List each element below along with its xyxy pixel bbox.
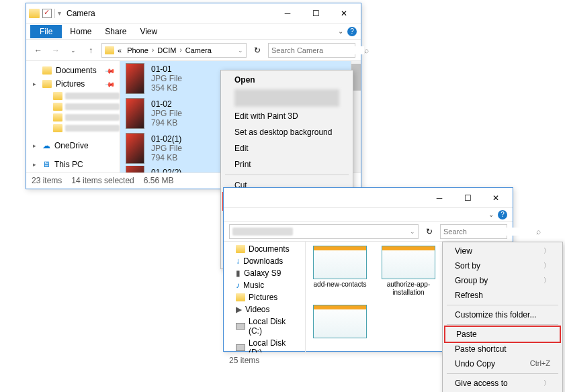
- ctx-open[interactable]: Open: [222, 72, 351, 88]
- sidebar-item-label: Local Disk (D:): [249, 338, 301, 352]
- file-tile[interactable]: [310, 305, 370, 338]
- ctx-paste[interactable]: Paste: [445, 327, 560, 342]
- ctx-undocopy[interactable]: Undo CopyCtrl+Z: [444, 356, 561, 371]
- maximize-button[interactable]: ☐: [302, 3, 330, 23]
- checkbox-checked-icon[interactable]: [42, 9, 52, 18]
- window-controls: ─ ☐ ✕: [273, 3, 358, 23]
- sidebar-item-downloads[interactable]: ↓Downloads: [224, 255, 305, 267]
- ctx-sortby[interactable]: Sort by〉: [444, 258, 561, 273]
- search-input[interactable]: [443, 228, 536, 236]
- minimize-button[interactable]: ─: [425, 188, 453, 208]
- ctx-pasteshortcut[interactable]: Paste shortcut: [444, 342, 561, 356]
- ctx-view[interactable]: View〉: [444, 244, 561, 258]
- overflow-icon[interactable]: ▾: [58, 9, 61, 17]
- close-button[interactable]: ✕: [330, 3, 358, 23]
- expand-icon[interactable]: ▸: [33, 161, 36, 168]
- phone-icon: ▮: [236, 268, 241, 278]
- breadcrumb[interactable]: « Phone › DCIM › Camera ⌄: [101, 43, 247, 58]
- sidebar-item-thispc[interactable]: ▸ 🖥 This PC: [26, 158, 120, 171]
- sidebar-item-label: OneDrive: [54, 141, 89, 150]
- sidebar-item-pictures[interactable]: ▸ Pictures 📌: [26, 77, 120, 91]
- sidebar-item-blurred[interactable]: [26, 101, 120, 112]
- sidebar-item-blurred[interactable]: [26, 91, 120, 101]
- crumb-dropdown-icon[interactable]: ⌄: [238, 47, 243, 54]
- help-icon[interactable]: ?: [498, 210, 507, 219]
- expand-icon[interactable]: ▸: [33, 142, 36, 149]
- drive-icon: [236, 323, 245, 330]
- ctx-setbg[interactable]: Set as desktop background: [222, 124, 351, 140]
- ctx-label: Customize this folder...: [455, 310, 536, 320]
- thumbnail: [126, 63, 144, 94]
- thumbnail: [313, 305, 367, 338]
- sidebar-item-pictures[interactable]: Pictures: [224, 291, 305, 303]
- ribbon-collapse-icon[interactable]: ⌄: [338, 28, 343, 35]
- folder-icon: [236, 245, 245, 253]
- crumb-dropdown-icon[interactable]: ⌄: [410, 228, 415, 235]
- refresh-button[interactable]: ↻: [251, 46, 264, 55]
- sidebar-item-onedrive[interactable]: ▸ ☁ OneDrive: [26, 139, 120, 152]
- ctx-print[interactable]: Print: [222, 156, 351, 173]
- up-button[interactable]: ↑: [84, 44, 97, 57]
- folder-icon: [236, 293, 245, 301]
- quickaccess-icons: ▾: [29, 9, 61, 18]
- submenu-arrow-icon: 〉: [544, 276, 550, 285]
- sidebar-item-disk-d[interactable]: Local Disk (D:): [224, 337, 305, 352]
- window-title: Camera: [67, 9, 95, 18]
- refresh-button[interactable]: ↻: [423, 227, 436, 236]
- forward-button[interactable]: →: [49, 44, 62, 57]
- folder-icon: [53, 113, 62, 121]
- sidebar-item-videos[interactable]: ▶Videos: [224, 303, 305, 315]
- sidebar-item-blurred[interactable]: [26, 112, 120, 123]
- close-button[interactable]: ✕: [482, 188, 510, 208]
- pin-icon: 📌: [105, 79, 116, 89]
- sidebar-item-blurred[interactable]: [26, 123, 120, 134]
- maximize-button[interactable]: ☐: [453, 188, 482, 208]
- search-box[interactable]: ⌕: [268, 43, 355, 58]
- ctx-groupby[interactable]: Group by〉: [444, 273, 561, 288]
- search-icon[interactable]: ⌕: [536, 227, 541, 236]
- file-tile[interactable]: authorize-app-installation: [378, 246, 439, 297]
- crumb-phone[interactable]: Phone: [125, 46, 150, 54]
- ctx-paint3d[interactable]: Edit with Paint 3D: [222, 108, 351, 124]
- breadcrumb[interactable]: ⌄: [229, 224, 419, 239]
- sidebar-item-documents[interactable]: Documents: [224, 243, 305, 255]
- addressbar: ← → ⌄ ↑ « Phone › DCIM › Camera ⌄ ↻ ⌕: [26, 40, 361, 61]
- thumbnail: [382, 246, 435, 279]
- status-selected: 14 items selected: [71, 176, 134, 185]
- search-icon[interactable]: ⌕: [364, 46, 369, 55]
- crumb-overflow[interactable]: «: [116, 46, 124, 54]
- ctx-giveaccess[interactable]: Give access to〉: [444, 376, 561, 391]
- nav-pane: Documents ↓Downloads ▮Galaxy S9 ♪Music P…: [224, 242, 306, 352]
- sidebar-item-galaxy[interactable]: ▮Galaxy S9: [224, 267, 305, 279]
- context-menu-folder: View〉 Sort by〉 Group by〉 Refresh Customi…: [442, 242, 563, 392]
- search-box[interactable]: ⌕: [440, 224, 507, 239]
- sidebar-item-music[interactable]: ♪Music: [224, 279, 305, 291]
- sidebar-item-label: Local Disk (C:): [249, 317, 301, 336]
- thumbnail: [126, 133, 144, 164]
- help-icon[interactable]: ?: [347, 27, 357, 36]
- ribbon-collapse-icon[interactable]: ⌄: [488, 211, 494, 218]
- tab-share[interactable]: Share: [98, 25, 133, 38]
- tab-file[interactable]: File: [30, 25, 62, 38]
- tab-home[interactable]: Home: [63, 25, 98, 38]
- expand-icon[interactable]: ▸: [33, 81, 36, 87]
- sidebar-item-documents[interactable]: Documents 📌: [26, 64, 120, 77]
- crumb-camera[interactable]: Camera: [183, 46, 214, 54]
- ctx-refresh[interactable]: Refresh: [444, 288, 561, 303]
- minimize-button[interactable]: ─: [273, 3, 302, 23]
- crumb-dcim[interactable]: DCIM: [155, 46, 178, 54]
- ribbon-collapsed: ⌄ ?: [224, 208, 513, 222]
- search-input[interactable]: [271, 46, 364, 54]
- ctx-edit[interactable]: Edit: [222, 140, 351, 156]
- ctx-customize[interactable]: Customize this folder...: [444, 307, 561, 322]
- folder-icon: [29, 9, 40, 18]
- recent-dropdown[interactable]: ⌄: [67, 44, 80, 57]
- folder-icon: [42, 66, 52, 75]
- tab-view[interactable]: View: [133, 25, 164, 38]
- file-tile[interactable]: add-new-contacts: [310, 246, 370, 297]
- sidebar-item-label: Documents: [56, 66, 97, 75]
- video-icon: ▶: [236, 305, 242, 314]
- back-button[interactable]: ←: [32, 44, 45, 57]
- sidebar-item-disk-c[interactable]: Local Disk (C:): [224, 315, 305, 337]
- sidebar-item-label: Galaxy S9: [244, 268, 281, 278]
